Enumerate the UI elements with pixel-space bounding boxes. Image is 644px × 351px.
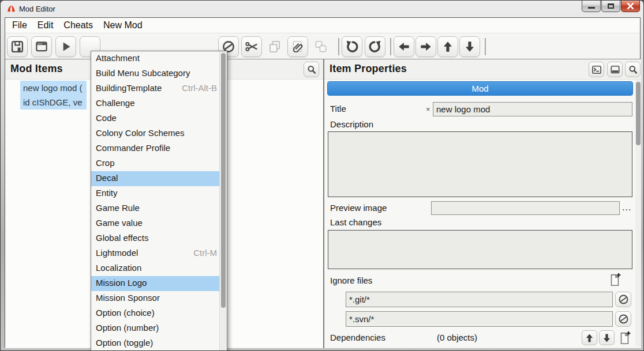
ignore-files-label: Ignore files	[330, 275, 372, 285]
search-icon	[306, 64, 317, 76]
titlebar[interactable]: Mod Editor	[1, 1, 643, 17]
menu-item-game-rule[interactable]: Game Rule	[91, 201, 219, 216]
mod-items-title: Mod Items	[10, 63, 63, 75]
mod-type-button[interactable]: Mod	[327, 81, 633, 96]
menu-item-entity[interactable]: Entity	[91, 186, 219, 201]
maximize-button[interactable]	[601, 0, 620, 12]
menu-item-code[interactable]: Code	[91, 111, 219, 126]
new-window-button[interactable]	[31, 36, 52, 57]
menu-item-colony-color-schemes[interactable]: Colony Color Schemes	[91, 126, 219, 141]
scrollbar-thumb[interactable]	[636, 82, 641, 145]
add-file-icon	[617, 330, 632, 345]
menu-item-challenge[interactable]: Challenge	[91, 96, 219, 111]
redo-button[interactable]	[365, 36, 385, 57]
menu-item-mission-sponsor[interactable]: Mission Sponsor	[91, 291, 219, 306]
menu-file[interactable]: File	[7, 18, 32, 33]
ignore-file-input[interactable]	[346, 292, 613, 307]
mod-list-selected-item[interactable]: new logo mod ( id cIShDGE, ve	[20, 81, 87, 110]
menu-item-decal[interactable]: Decal	[91, 171, 219, 186]
monitor-icon	[609, 64, 621, 76]
description-textarea[interactable]	[328, 131, 632, 197]
undo-icon	[345, 39, 360, 54]
window: Mod Editor File Edit Cheats New Mod	[0, 0, 644, 351]
last-changes-textarea[interactable]	[328, 230, 632, 269]
add-dependency-button[interactable]	[616, 329, 634, 346]
dependencies-label: Dependencies	[330, 333, 385, 342]
arrow-left-icon	[396, 39, 411, 54]
menu-item-option-choice[interactable]: Option (choice)	[91, 306, 219, 321]
properties-search-button[interactable]	[625, 62, 641, 77]
minimize-icon	[588, 7, 595, 9]
remove-ignore-file-button[interactable]	[615, 311, 631, 327]
menu-item-commander-profile[interactable]: Commander Profile	[91, 141, 219, 156]
menu-item-option-number[interactable]: Option (number)	[91, 321, 219, 336]
move-down-button[interactable]	[459, 36, 480, 57]
search-icon	[627, 64, 639, 76]
menu-item-game-value[interactable]: Game value	[91, 216, 219, 231]
last-changes-label: Last changes	[330, 217, 381, 227]
close-button[interactable]	[621, 0, 640, 12]
add-file-icon	[608, 272, 623, 287]
browse-button[interactable]: ...	[622, 202, 631, 213]
add-ignore-file-button[interactable]	[606, 271, 624, 288]
menu-item-lightmodel[interactable]: LightmodelCtrl-M	[91, 246, 219, 261]
attach-button[interactable]	[287, 36, 308, 57]
preview-image-input[interactable]	[431, 201, 620, 215]
console-button[interactable]	[589, 62, 604, 77]
app-icon	[6, 4, 16, 14]
ignore-file-input[interactable]	[346, 311, 613, 327]
save-icon	[10, 39, 25, 54]
move-right-button[interactable]	[415, 36, 436, 57]
copy-icon	[267, 39, 282, 54]
dependency-down-button[interactable]	[599, 330, 615, 345]
maximize-icon	[608, 3, 614, 9]
window-icon	[34, 39, 49, 54]
play-icon	[58, 39, 73, 54]
properties-scrollbar[interactable]	[635, 80, 641, 346]
save-button[interactable]	[7, 36, 28, 57]
client-area: File Edit Cheats New Mod	[5, 17, 641, 348]
cut-button[interactable]	[241, 36, 262, 57]
menu-new-mod[interactable]: New Mod	[98, 18, 148, 33]
title-label: Title	[330, 104, 346, 114]
clear-title-button[interactable]: ×	[426, 105, 430, 114]
run-button[interactable]	[55, 36, 76, 57]
toolbar-separator	[338, 38, 339, 55]
dependency-up-button[interactable]	[582, 330, 597, 345]
menu-item-buildingtemplate[interactable]: BuildingTemplateCtrl-Alt-B	[91, 81, 219, 96]
remove-ignore-file-button[interactable]	[615, 292, 631, 307]
menu-item-global-effects[interactable]: Global effects	[91, 231, 219, 246]
menu-item-attachment[interactable]: Attachment	[91, 51, 219, 66]
window-title: Mod Editor	[19, 5, 55, 13]
block-icon	[617, 313, 630, 325]
redo-icon	[368, 39, 383, 54]
menu-item-localization[interactable]: Localization	[91, 261, 219, 276]
mod-items-search-button[interactable]	[304, 62, 319, 77]
mod-item-line1: new logo mod (	[23, 81, 87, 95]
display-button[interactable]	[607, 62, 623, 77]
mod-item-line2: id cIShDGE, ve	[23, 95, 87, 110]
block-icon	[617, 293, 630, 305]
arrow-down-icon	[462, 39, 477, 54]
menu-item-mission-logo[interactable]: Mission Logo	[91, 276, 219, 291]
arrow-up-icon	[583, 332, 596, 344]
menu-scrollbar[interactable]	[219, 51, 227, 350]
duplicate-button[interactable]	[310, 36, 331, 57]
preview-image-label: Preview image	[330, 203, 387, 213]
menu-item-build-menu-subcategory[interactable]: Build Menu Subcategory	[91, 66, 219, 81]
title-input[interactable]	[433, 102, 632, 116]
move-up-button[interactable]	[437, 36, 458, 57]
copy-button[interactable]	[264, 36, 285, 57]
scissors-icon	[244, 39, 259, 54]
terminal-icon	[591, 64, 602, 76]
menu-item-crop[interactable]: Crop	[91, 156, 219, 171]
dependencies-count: (0 objects)	[437, 333, 477, 342]
toolbar-separator	[485, 38, 486, 55]
menu-cheats[interactable]: Cheats	[58, 18, 98, 33]
menu-item-option-toggle[interactable]: Option (toggle)	[91, 336, 219, 351]
menu-scrollbar-thumb[interactable]	[221, 53, 226, 308]
menu-edit[interactable]: Edit	[32, 18, 59, 33]
minimize-button[interactable]	[582, 0, 601, 12]
undo-button[interactable]	[342, 36, 362, 57]
move-left-button[interactable]	[394, 36, 414, 57]
